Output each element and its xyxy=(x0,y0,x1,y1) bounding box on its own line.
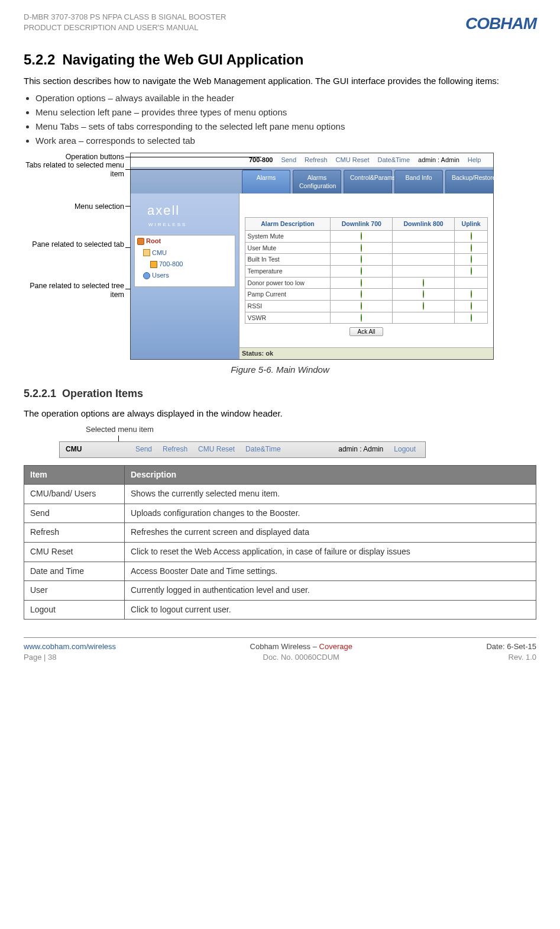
status-bar: Status: ok xyxy=(239,347,493,359)
annot-line xyxy=(125,157,261,157)
status-dot-green xyxy=(361,232,362,240)
cell-item: Send xyxy=(24,504,125,523)
toolbar-datetime[interactable]: Date&Time xyxy=(245,444,281,454)
cell-name: Temperature xyxy=(245,265,331,277)
cell-item: CMU/band/ Users xyxy=(24,485,125,504)
cell-desc: Shows the currently selected menu item. xyxy=(125,485,536,504)
cell-name: VSWR xyxy=(245,312,331,324)
toolbar-refresh[interactable]: Refresh xyxy=(163,444,187,454)
axell-logo-sub: WIRELESS xyxy=(131,221,239,228)
section-title: Navigating the Web GUI Application xyxy=(62,51,303,67)
opbar-datetime[interactable]: Date&Time xyxy=(377,156,410,164)
tree-root[interactable]: Root xyxy=(135,236,235,247)
table-row: CMU/band/ UsersShows the currently selec… xyxy=(24,485,536,504)
opbar-help[interactable]: Help xyxy=(468,156,481,164)
annot-menu-selection: Menu selection xyxy=(24,202,124,211)
cell-desc: Click to reset the Web Access applicatio… xyxy=(125,542,536,562)
table-row: RSSI xyxy=(245,300,488,312)
subsection-heading: 5.2.2.1 Operation Items xyxy=(24,386,536,401)
subsection-title: Operation Items xyxy=(62,388,143,399)
toolbar-selected: CMU xyxy=(66,444,125,454)
tab-control-params[interactable]: Control&Params xyxy=(344,170,392,193)
folder-icon xyxy=(137,238,144,245)
table-row: Donor power too low xyxy=(245,277,488,289)
annot-pane-tree: Pane related to selected tree item xyxy=(24,282,124,299)
toolbar-screenshot: CMU Send Refresh CMU Reset Date&Time adm… xyxy=(59,441,426,458)
section-bullets: Operation options – always available in … xyxy=(35,92,536,147)
opbar-user: admin : Admin xyxy=(418,156,459,164)
th-alarm-desc: Alarm Description xyxy=(245,218,331,231)
tab-band-info[interactable]: Band Info xyxy=(394,170,443,193)
table-row: Date and TimeAccess Booster Date and Tim… xyxy=(24,562,536,581)
sidebar: axell WIRELESS Root CMU 700-800 Users xyxy=(131,193,239,359)
tab-alarms[interactable]: Alarms xyxy=(242,170,290,193)
app-window: 700-800 Send Refresh CMU Reset Date&Time… xyxy=(130,153,494,360)
cell-name: Built In Test xyxy=(245,254,331,266)
status-dot-green xyxy=(361,267,362,275)
tab-alarms-config[interactable]: Alarms Configuration xyxy=(293,170,341,193)
table-row: System Mute xyxy=(245,230,488,242)
th-dl800: Downlink 800 xyxy=(393,218,455,231)
status-dot-green xyxy=(471,290,472,298)
cell-name: Pamp Current xyxy=(245,289,331,301)
annot-pane-tab: Pane related to selected tab xyxy=(24,240,124,249)
table-row: UserCurrently logged in authentication l… xyxy=(24,581,536,601)
table-row: SendUploads configuration changes to the… xyxy=(24,504,536,523)
footer-center: Cobham Wireless – Coverage xyxy=(250,642,352,651)
status-dot-green xyxy=(471,302,472,310)
status-dot-green xyxy=(423,279,424,287)
folder-icon xyxy=(150,261,157,268)
th-item: Item xyxy=(24,465,125,485)
page-footer: www.cobham.com/wireless Page | 38 Cobham… xyxy=(24,637,536,663)
callout-line xyxy=(118,436,119,441)
annot-operation-buttons: Operation buttons xyxy=(24,153,124,162)
cell-item: CMU Reset xyxy=(24,542,125,562)
th-description: Description xyxy=(125,465,536,485)
tree-cmu-label: CMU xyxy=(152,249,167,257)
footer-page: Page | 38 xyxy=(24,653,56,662)
footer-url[interactable]: www.cobham.com/wireless xyxy=(24,642,116,651)
tab-backup-restore[interactable]: Backup/Restore xyxy=(445,170,494,193)
bullet-item: Operation options – always available in … xyxy=(35,92,536,104)
table-row: Built In Test xyxy=(245,254,488,266)
cell-desc: Access Booster Date and Time settings. xyxy=(125,562,536,581)
status-dot-green xyxy=(471,244,472,252)
tree-users[interactable]: Users xyxy=(135,270,235,281)
bullet-item: Work area – corresponds to selected tab xyxy=(35,134,536,147)
toolbar-user: admin : Admin xyxy=(338,444,383,454)
th-dl700: Downlink 700 xyxy=(331,218,393,231)
status-dot-green xyxy=(471,267,472,275)
opbar-cmu-reset[interactable]: CMU Reset xyxy=(336,156,370,164)
cell-name: RSSI xyxy=(245,300,331,312)
status-dot-green xyxy=(471,232,472,240)
table-row: LogoutClick to logout current user. xyxy=(24,600,536,620)
section-heading: 5.2.2Navigating the Web GUI Application xyxy=(24,50,536,70)
doc-title: D-MBR 3707-3708 PS NFPA CLASS B SIGNAL B… xyxy=(24,12,226,33)
toolbar-send[interactable]: Send xyxy=(135,444,152,454)
status-dot-green xyxy=(361,290,362,298)
toolbar-cmu-reset[interactable]: CMU Reset xyxy=(198,444,235,454)
tab-bar: Alarms Alarms Configuration Control&Para… xyxy=(131,167,493,193)
tree-band[interactable]: 700-800 xyxy=(135,259,235,270)
th-uplink: Uplink xyxy=(454,218,488,231)
tree-cmu[interactable]: CMU xyxy=(135,247,235,259)
ack-all-button[interactable]: Ack All xyxy=(349,327,383,336)
status-dot-green xyxy=(471,255,472,263)
status-dot-green xyxy=(361,302,362,310)
status-dot-green xyxy=(361,244,362,252)
table-row: CMU ResetClick to reset the Web Access a… xyxy=(24,542,536,562)
table-row: RefreshRefreshes the current screen and … xyxy=(24,523,536,543)
figure-caption: Figure 5-6. Main Window xyxy=(24,363,536,376)
cell-desc: Currently logged in authentication level… xyxy=(125,581,536,601)
toolbar-logout[interactable]: Logout xyxy=(394,444,416,454)
subsection-intro: The operation options are always display… xyxy=(24,407,536,420)
status-dot-green xyxy=(361,255,362,263)
status-dot-green xyxy=(361,279,362,287)
opbar-refresh[interactable]: Refresh xyxy=(305,156,328,164)
opbar-send[interactable]: Send xyxy=(281,156,296,164)
annot-line xyxy=(125,169,261,170)
section-intro: This section describes how to navigate t… xyxy=(24,75,536,87)
cell-name: User Mute xyxy=(245,242,331,254)
doc-title-line2: PRODUCT DESCRIPTION AND USER'S MANUAL xyxy=(24,22,226,33)
cell-item: Logout xyxy=(24,600,125,620)
